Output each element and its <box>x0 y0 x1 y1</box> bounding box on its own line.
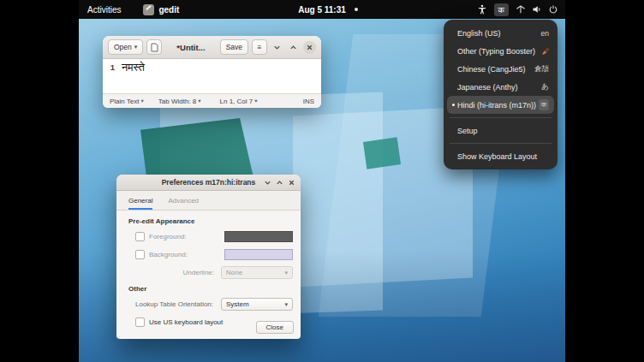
dialog-window-controls <box>264 175 295 190</box>
foreground-row: Foreground: <box>135 230 293 243</box>
menu-item-label: Hindi (hi-itrans (m17n)) <box>457 101 536 110</box>
input-source-badge: en <box>538 29 549 38</box>
gedit-headerbar: Open *Untit... Save ≡ <box>103 36 321 59</box>
open-button[interactable]: Open <box>108 39 143 55</box>
preferences-dialog: Preferences m17n:hi:itrans General Advan… <box>116 175 301 339</box>
underline-row: Underline: None <box>135 266 293 279</box>
status-area: क <box>477 3 566 16</box>
dialog-titlebar: Preferences m17n:hi:itrans <box>116 175 301 191</box>
paintbrush-icon: 🖌 <box>539 47 550 56</box>
dialog-title: Preferences m17n:hi:itrans <box>162 178 256 187</box>
text-editor-area[interactable]: 1 नमस्ते <box>103 59 321 93</box>
input-mode-indicator: INS <box>303 98 314 105</box>
desktop: Activities gedit Aug 5 11:31 क <box>79 0 565 362</box>
network-icon <box>516 4 526 15</box>
power-icon <box>548 4 558 15</box>
system-menu-button[interactable] <box>516 4 558 15</box>
chevron-down-icon <box>273 44 281 51</box>
selection-dot-slot <box>450 104 457 107</box>
clock[interactable]: Aug 5 11:31 <box>298 5 346 15</box>
input-source-menu: English (US) en Other (Typing Booster) 🖌… <box>444 20 558 169</box>
background-label: Background: <box>149 251 188 258</box>
preferences-tabs: General Advanced <box>116 191 301 211</box>
menu-item-hindi-itrans[interactable]: Hindi (hi-itrans (m17n)) क <box>447 96 554 114</box>
file-type-label: Plain Text <box>110 98 140 105</box>
notification-dot <box>355 8 358 11</box>
menu-separator <box>450 117 552 118</box>
foreground-color-swatch[interactable] <box>224 231 293 242</box>
cursor-position-label: Ln 1, Col 7 <box>220 98 253 105</box>
minimize-button[interactable] <box>264 179 271 187</box>
menu-item-japanese-anthy[interactable]: Japanese (Anthy) あ <box>447 78 554 96</box>
foreground-checkbox[interactable] <box>135 232 145 241</box>
lookup-orientation-value: System <box>226 300 249 308</box>
selected-dot <box>452 104 456 107</box>
menu-item-label: Setup <box>457 127 478 135</box>
tab-advanced[interactable]: Advanced <box>168 191 199 210</box>
lookup-orientation-dropdown[interactable]: System <box>221 298 293 311</box>
input-source-badge: あ <box>538 82 549 92</box>
menu-item-label: Other (Typing Booster) <box>457 47 535 56</box>
input-source-badge: क <box>539 99 549 110</box>
menu-item-english-us[interactable]: English (US) en <box>447 24 554 42</box>
menu-item-label: Japanese (Anthy) <box>457 83 518 92</box>
wallpaper-shape <box>363 137 401 169</box>
close-button[interactable]: Close <box>256 321 294 334</box>
close-window-button[interactable] <box>303 41 316 54</box>
cursor-position-selector[interactable]: Ln 1, Col 7 <box>220 98 258 105</box>
foreground-label: Foreground: <box>149 233 187 240</box>
close-dialog-button[interactable] <box>288 179 295 187</box>
open-button-label: Open <box>114 43 132 51</box>
hamburger-icon: ≡ <box>258 43 262 51</box>
lookup-orientation-label: Lookup Table Orientation: <box>135 300 213 308</box>
menu-item-typing-booster[interactable]: Other (Typing Booster) 🖌 <box>447 42 554 60</box>
file-type-selector[interactable]: Plain Text <box>110 98 144 105</box>
save-button-label: Save <box>226 43 242 51</box>
preedit-section-heading: Pre-edit Appearance <box>128 217 293 225</box>
line-number-gutter: 1 <box>103 59 117 93</box>
document-text: नमस्ते <box>117 59 145 93</box>
other-section-heading: Other <box>128 285 293 293</box>
menu-item-setup[interactable]: Setup <box>447 122 554 139</box>
underline-dropdown[interactable]: None <box>221 266 293 279</box>
screen: Activities gedit Aug 5 11:31 क <box>0 0 644 362</box>
underline-value: None <box>226 269 242 276</box>
tab-width-selector[interactable]: Tab Width: 8 <box>158 98 201 105</box>
top-bar: Activities gedit Aug 5 11:31 क <box>79 0 565 19</box>
menu-item-chinese-cangjie[interactable]: Chinese (CangJie5) 倉頡 <box>447 60 554 78</box>
close-icon <box>306 44 313 51</box>
save-button[interactable]: Save <box>220 39 248 55</box>
background-checkbox[interactable] <box>135 250 145 259</box>
maximize-button[interactable] <box>287 41 300 54</box>
menu-separator <box>450 143 552 144</box>
new-document-icon <box>151 43 158 52</box>
line-number: 1 <box>110 62 115 72</box>
new-document-button[interactable] <box>146 39 162 55</box>
app-menu-label: gedit <box>158 5 179 15</box>
lookup-orientation-row: Lookup Table Orientation: System <box>135 298 293 311</box>
minimize-button[interactable] <box>271 41 283 54</box>
menu-item-label: English (US) <box>457 29 501 38</box>
document-title: *Untit... <box>165 43 216 52</box>
input-source-badge: 倉頡 <box>531 64 549 74</box>
hamburger-menu-button[interactable]: ≡ <box>252 39 267 55</box>
maximize-button[interactable] <box>276 179 283 187</box>
background-row: Background: <box>135 248 293 261</box>
tab-general[interactable]: General <box>128 191 152 210</box>
background-color-swatch[interactable] <box>224 249 293 260</box>
us-keyboard-checkbox[interactable] <box>135 317 145 327</box>
volume-icon <box>532 4 542 15</box>
chevron-up-icon <box>289 44 297 51</box>
menu-item-label: Chinese (CangJie5) <box>457 65 526 74</box>
menu-item-label: Show Keyboard Layout <box>457 152 537 161</box>
activities-button[interactable]: Activities <box>79 0 129 19</box>
gedit-app-icon <box>143 4 154 15</box>
app-menu-button[interactable]: gedit <box>143 4 179 15</box>
gedit-window: Open *Untit... Save ≡ <box>103 36 321 108</box>
accessibility-icon[interactable] <box>477 4 487 15</box>
menu-item-show-keyboard-layout[interactable]: Show Keyboard Layout <box>447 147 554 165</box>
gedit-statusbar: Plain Text Tab Width: 8 Ln 1, Col 7 INS <box>103 93 321 108</box>
tab-width-label: Tab Width: 8 <box>158 98 196 105</box>
input-method-indicator[interactable]: क <box>494 3 510 16</box>
preferences-body: Pre-edit Appearance Foreground: Backgrou… <box>116 211 301 339</box>
